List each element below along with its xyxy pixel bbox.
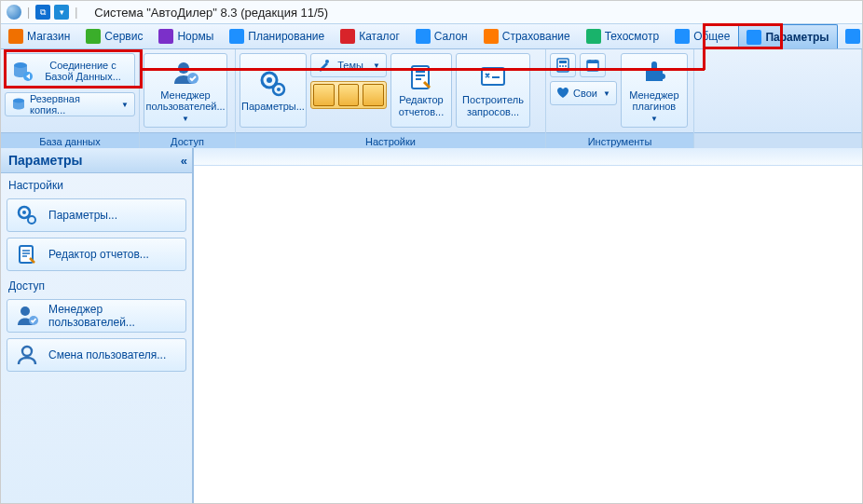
tab-label: Сервис — [104, 30, 143, 43]
chevron-down-icon: ▼ — [603, 89, 610, 98]
side-section-settings: Настройки — [1, 173, 192, 196]
ribbon-group-database: Соединение с Базой Данных... Резервная к… — [1, 49, 140, 150]
app-icon — [7, 5, 21, 20]
user-manager-button[interactable]: Менеджер пользователей... ▼ — [144, 53, 227, 128]
tab-label: Техосмотр — [605, 30, 659, 43]
qat-window-icon[interactable]: ▾ — [54, 5, 69, 20]
tab-katalog[interactable]: Каталог — [333, 24, 408, 48]
chevron-down-icon: ▼ — [373, 61, 380, 70]
tab-sistema[interactable]: Система — [838, 24, 863, 48]
svg-point-14 — [559, 65, 561, 67]
query-builder-button[interactable]: Построитель запросов... — [456, 53, 530, 128]
connect-db-button[interactable]: Соединение с Базой Данных... — [5, 53, 135, 89]
ribbon-group-empty — [694, 49, 862, 150]
button-label: Редактор отчетов... — [393, 94, 449, 117]
switch-user-icon — [15, 343, 39, 367]
tab-planirovanie[interactable]: Планирование — [222, 24, 333, 48]
tab-label: Магазин — [27, 30, 70, 43]
ribbon-group-tools: Свои ▼ Менеджер плагинов ▼ Инструменты — [546, 49, 694, 150]
side-item-label: Редактор отчетов... — [48, 248, 149, 261]
side-item-label: Менеджер пользователей... — [48, 303, 178, 329]
tab-magazin[interactable]: Магазин — [1, 24, 78, 48]
svg-point-28 — [22, 347, 32, 356]
parameters-button[interactable]: Параметры... — [240, 53, 307, 128]
tab-strahovanie[interactable]: Страхование — [476, 24, 579, 48]
tab-tehosmotr[interactable]: Техосмотр — [579, 24, 667, 48]
heart-icon — [556, 87, 569, 100]
svg-point-15 — [562, 65, 564, 67]
tab-label: Каталог — [359, 30, 400, 43]
side-report-editor-button[interactable]: Редактор отчетов... — [7, 238, 186, 271]
report-icon — [406, 62, 436, 92]
svg-point-17 — [559, 68, 561, 70]
svg-rect-21 — [587, 61, 598, 63]
paint-icon — [317, 59, 330, 72]
tab-normy[interactable]: Нормы — [151, 24, 222, 48]
tab-obshee[interactable]: Общее — [667, 24, 738, 48]
themes-dropdown[interactable]: Темы ▼ — [310, 53, 387, 77]
button-label: Построитель запросов... — [459, 94, 527, 117]
collapse-icon[interactable]: « — [181, 154, 185, 168]
ribbon-group-access: Менеджер пользователей... ▼ Доступ — [140, 49, 236, 150]
svg-point-16 — [565, 65, 567, 67]
main-tabstrip: Магазин Сервис Нормы Планирование Катало… — [1, 23, 862, 49]
separator: | — [27, 6, 30, 19]
ribbon: Соединение с Базой Данных... Резервная к… — [1, 49, 862, 151]
window-title: Система "АвтоДилер" 8.3 (редакция 11/5) — [94, 6, 328, 20]
database-icon — [11, 60, 34, 82]
side-user-manager-button[interactable]: Менеджер пользователей... — [7, 299, 186, 333]
svg-point-24 — [28, 216, 35, 224]
button-label: Параметры... — [241, 101, 305, 113]
title-bar: | ⧉ ▾ | Система "АвтоДилер" 8.3 (редакци… — [1, 1, 862, 23]
content-area — [193, 148, 862, 503]
separator: | — [75, 6, 77, 19]
user-icon — [171, 58, 200, 88]
user-icon — [15, 304, 39, 328]
tool-calendar-button[interactable] — [580, 53, 606, 77]
chevron-down-icon: ▼ — [121, 101, 129, 109]
tab-servis[interactable]: Сервис — [78, 24, 151, 48]
calculator-icon — [555, 58, 570, 73]
report-editor-button[interactable]: Редактор отчетов... — [390, 53, 452, 128]
svg-point-23 — [22, 211, 26, 214]
svg-point-6 — [267, 77, 272, 83]
svg-point-8 — [277, 88, 281, 91]
tab-label: Нормы — [177, 30, 213, 43]
svg-point-18 — [562, 68, 564, 70]
report-icon — [15, 242, 39, 266]
database-backup-icon — [11, 97, 26, 112]
plugin-manager-button[interactable]: Менеджер плагинов ▼ — [621, 53, 688, 128]
svg-point-19 — [565, 68, 567, 70]
ribbon-group-settings: Параметры... Темы ▼ — [236, 49, 546, 150]
qat-copy-icon[interactable]: ⧉ — [35, 5, 50, 20]
tab-label: Салон — [434, 30, 468, 43]
side-switch-user-button[interactable]: Смена пользователя... — [7, 338, 186, 372]
gears-icon — [15, 203, 39, 227]
chevron-down-icon: ▼ — [182, 115, 189, 123]
theme-swatch-1[interactable] — [313, 84, 335, 106]
theme-swatch-3[interactable] — [363, 84, 384, 106]
tab-salon[interactable]: Салон — [408, 24, 476, 48]
backup-button[interactable]: Резервная копия... ▼ — [5, 92, 135, 116]
button-label: Менеджер плагинов — [623, 89, 685, 113]
tab-label: Страхование — [502, 30, 570, 43]
tool-calc-button[interactable] — [550, 53, 576, 77]
tab-parametry[interactable]: Параметры — [738, 24, 837, 48]
tab-label: Общее — [693, 30, 730, 43]
side-section-access: Доступ — [1, 274, 192, 296]
svg-rect-13 — [559, 61, 567, 63]
button-label: Резервная копия... — [30, 93, 116, 116]
chevron-down-icon: ▼ — [651, 115, 658, 123]
side-title: Параметры — [8, 153, 83, 168]
svg-point-9 — [325, 60, 329, 63]
side-parameters-button[interactable]: Параметры... — [7, 198, 186, 232]
tab-label: Параметры — [765, 31, 829, 44]
side-item-label: Параметры... — [48, 209, 117, 222]
theme-swatch-2[interactable] — [338, 84, 360, 106]
svg-point-3 — [178, 62, 189, 74]
tab-label: Планирование — [248, 30, 324, 43]
side-item-label: Смена пользователя... — [48, 348, 166, 361]
gears-icon — [258, 69, 288, 99]
side-panel: Параметры « Настройки Параметры... Редак… — [1, 148, 193, 503]
own-dropdown[interactable]: Свои ▼ — [550, 81, 617, 105]
